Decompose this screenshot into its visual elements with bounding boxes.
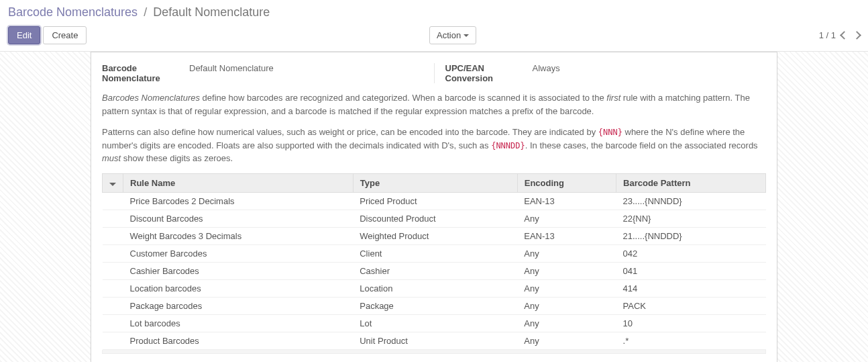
code-nnn: {NNN} [598,128,622,137]
code-nnndd: {NNNDD} [491,141,525,150]
table-row[interactable]: Customer BarcodesClientAny042 [103,244,766,262]
cell-type: Unit Product [353,332,517,349]
caret-down-icon [109,183,116,186]
table-row[interactable]: Cashier BarcodesCashierAny041 [103,262,766,279]
pager-text: 1 / 1 [819,30,836,40]
drag-handle[interactable] [103,279,123,297]
cell-encoding: Any [517,297,616,314]
cell-type: Lot [353,314,517,332]
form-background: Barcode Nomenclature Default Nomenclatur… [0,52,868,362]
cell-pattern: 042 [616,244,766,262]
drag-handle[interactable] [103,244,123,262]
pager-prev-icon[interactable] [840,31,849,40]
form-sheet: Barcode Nomenclature Default Nomenclatur… [91,52,777,362]
cell-type: Cashier [353,262,517,279]
toolbar-left: Edit Create [8,26,87,44]
cell-pattern: 22{NN} [616,210,766,227]
form-row: Barcode Nomenclature Default Nomenclatur… [102,63,766,83]
barcode-nomenclature-label: Barcode Nomenclature [102,63,189,83]
breadcrumb-parent[interactable]: Barcode Nomenclatures [8,5,138,19]
cell-encoding: Any [517,279,616,297]
form-cell-conversion: UPC/EAN Conversion Always [435,63,767,83]
col-encoding[interactable]: Encoding [517,173,616,192]
cell-type: Discounted Product [353,210,517,227]
description-2: Patterns can also define how numerical v… [102,126,766,165]
form-cell-name: Barcode Nomenclature Default Nomenclatur… [102,63,435,83]
cell-rule: Package barcodes [123,297,354,314]
drag-handle[interactable] [103,192,123,210]
cell-pattern: 23.....{NNNDD} [616,192,766,210]
cell-pattern: .* [616,332,766,349]
cell-encoding: Any [517,332,616,349]
cell-rule: Location barcodes [123,279,354,297]
cell-rule: Product Barcodes [123,332,354,349]
desc1-first: first [606,93,620,103]
sequence-header[interactable] [103,173,123,192]
cell-type: Package [353,297,517,314]
control-panel: Barcode Nomenclatures / Default Nomencla… [0,0,868,52]
cell-type: Priced Product [353,192,517,210]
cell-encoding: Any [517,244,616,262]
drag-handle[interactable] [103,314,123,332]
toolbar-right: 1 / 1 [819,30,860,40]
cell-rule: Customer Barcodes [123,244,354,262]
breadcrumb-current: Default Nomenclature [153,5,270,19]
table-row[interactable]: Price Barcodes 2 DecimalsPriced ProductE… [103,192,766,210]
desc1-italic: Barcodes Nomenclatures [102,93,200,103]
action-dropdown[interactable]: Action [429,26,476,44]
col-type[interactable]: Type [353,173,517,192]
table-header-row: Rule Name Type Encoding Barcode Pattern [103,173,766,192]
cell-rule: Weight Barcodes 3 Decimals [123,227,354,244]
upc-ean-conversion-label: UPC/EAN Conversion [445,63,533,83]
cell-rule: Price Barcodes 2 Decimals [123,192,354,210]
pager-next-icon[interactable] [853,31,861,40]
upc-ean-conversion-value: Always [533,63,560,83]
table-row[interactable]: Location barcodesLocationAny414 [103,279,766,297]
cell-rule: Lot barcodes [123,314,354,332]
breadcrumb: Barcode Nomenclatures / Default Nomencla… [8,5,860,19]
description-1: Barcodes Nomenclatures define how barcod… [102,91,766,118]
table-row[interactable]: Lot barcodesLotAny10 [103,314,766,332]
cell-type: Weighted Product [353,227,517,244]
table-row[interactable]: Package barcodesPackageAnyPACK [103,297,766,314]
col-pattern[interactable]: Barcode Pattern [616,173,766,192]
rules-table: Rule Name Type Encoding Barcode Pattern … [102,173,766,350]
cell-encoding: EAN-13 [517,192,616,210]
breadcrumb-sep: / [144,5,147,19]
cell-pattern: 21.....{NNDDD} [616,227,766,244]
cell-type: Client [353,244,517,262]
cell-type: Location [353,279,517,297]
barcode-nomenclature-value: Default Nomenclature [189,63,274,83]
cell-rule: Cashier Barcodes [123,262,354,279]
drag-handle[interactable] [103,210,123,227]
cell-pattern: 414 [616,279,766,297]
cell-encoding: Any [517,314,616,332]
table-footer [102,350,766,354]
content-wrap: Barcode Nomenclature Default Nomenclatur… [0,52,868,362]
table-row[interactable]: Product BarcodesUnit ProductAny.* [103,332,766,349]
toolbar: Edit Create Action 1 / 1 [8,26,860,51]
toolbar-center: Action [87,26,818,44]
pager-nav [841,32,860,38]
cell-pattern: PACK [616,297,766,314]
drag-handle[interactable] [103,332,123,349]
table-row[interactable]: Weight Barcodes 3 DecimalsWeighted Produ… [103,227,766,244]
cell-rule: Discount Barcodes [123,210,354,227]
desc2-must: must [102,153,121,163]
cell-encoding: EAN-13 [517,227,616,244]
table-row[interactable]: Discount BarcodesDiscounted ProductAny22… [103,210,766,227]
edit-button[interactable]: Edit [8,26,40,44]
caret-down-icon [464,34,469,37]
cell-encoding: Any [517,210,616,227]
cell-encoding: Any [517,262,616,279]
drag-handle[interactable] [103,297,123,314]
drag-handle[interactable] [103,227,123,244]
cell-pattern: 041 [616,262,766,279]
cell-pattern: 10 [616,314,766,332]
create-button[interactable]: Create [43,26,87,44]
action-label: Action [437,30,461,40]
col-rule-name[interactable]: Rule Name [123,173,354,192]
drag-handle[interactable] [103,262,123,279]
